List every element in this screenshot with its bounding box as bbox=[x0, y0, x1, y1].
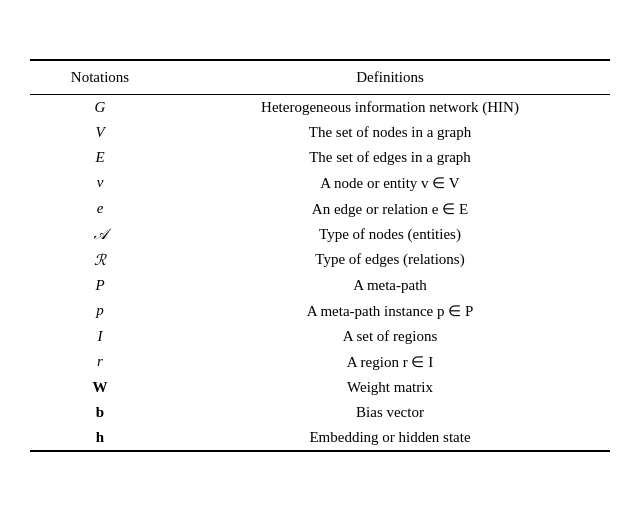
notation-cell: ℛ bbox=[30, 251, 170, 269]
definition-cell: The set of nodes in a graph bbox=[170, 124, 610, 141]
table-row: GHeterogeneous information network (HIN) bbox=[30, 95, 610, 120]
notation-cell: 𝒜 bbox=[30, 226, 170, 243]
table-row: pA meta-path instance p ∈ P bbox=[30, 298, 610, 324]
notation-cell: E bbox=[30, 149, 170, 166]
table-row: rA region r ∈ I bbox=[30, 349, 610, 375]
notation-cell: P bbox=[30, 277, 170, 294]
notation-cell: G bbox=[30, 99, 170, 116]
notation-cell: p bbox=[30, 302, 170, 319]
definition-cell: A set of regions bbox=[170, 328, 610, 345]
definition-cell: A meta-path instance p ∈ P bbox=[170, 302, 610, 320]
definition-cell: Type of edges (relations) bbox=[170, 251, 610, 268]
notation-cell: e bbox=[30, 200, 170, 217]
table-row: vA node or entity v ∈ V bbox=[30, 170, 610, 196]
notation-cell: v bbox=[30, 174, 170, 191]
definition-cell: A node or entity v ∈ V bbox=[170, 174, 610, 192]
notation-table: Notations Definitions GHeterogeneous inf… bbox=[30, 59, 610, 452]
definition-cell: A region r ∈ I bbox=[170, 353, 610, 371]
definition-cell: An edge or relation e ∈ E bbox=[170, 200, 610, 218]
definition-cell: Bias vector bbox=[170, 404, 610, 421]
notation-column-header: Notations bbox=[30, 69, 170, 86]
table-header: Notations Definitions bbox=[30, 61, 610, 95]
table-row: 𝒜Type of nodes (entities) bbox=[30, 222, 610, 247]
table-row: WWeight matrix bbox=[30, 375, 610, 400]
table-row: bBias vector bbox=[30, 400, 610, 425]
table-row: eAn edge or relation e ∈ E bbox=[30, 196, 610, 222]
definition-cell: Type of nodes (entities) bbox=[170, 226, 610, 243]
definition-cell: Heterogeneous information network (HIN) bbox=[170, 99, 610, 116]
notation-cell: I bbox=[30, 328, 170, 345]
notation-cell: b bbox=[30, 404, 170, 421]
notation-cell: r bbox=[30, 353, 170, 370]
table-row: IA set of regions bbox=[30, 324, 610, 349]
notation-cell: h bbox=[30, 429, 170, 446]
notation-cell: W bbox=[30, 379, 170, 396]
definition-cell: A meta-path bbox=[170, 277, 610, 294]
table-row: VThe set of nodes in a graph bbox=[30, 120, 610, 145]
table-row: EThe set of edges in a graph bbox=[30, 145, 610, 170]
definition-cell: The set of edges in a graph bbox=[170, 149, 610, 166]
table-body: GHeterogeneous information network (HIN)… bbox=[30, 95, 610, 450]
definition-cell: Embedding or hidden state bbox=[170, 429, 610, 446]
table-row: hEmbedding or hidden state bbox=[30, 425, 610, 450]
notation-cell: V bbox=[30, 124, 170, 141]
definition-column-header: Definitions bbox=[170, 69, 610, 86]
definition-cell: Weight matrix bbox=[170, 379, 610, 396]
table-row: PA meta-path bbox=[30, 273, 610, 298]
table-row: ℛType of edges (relations) bbox=[30, 247, 610, 273]
